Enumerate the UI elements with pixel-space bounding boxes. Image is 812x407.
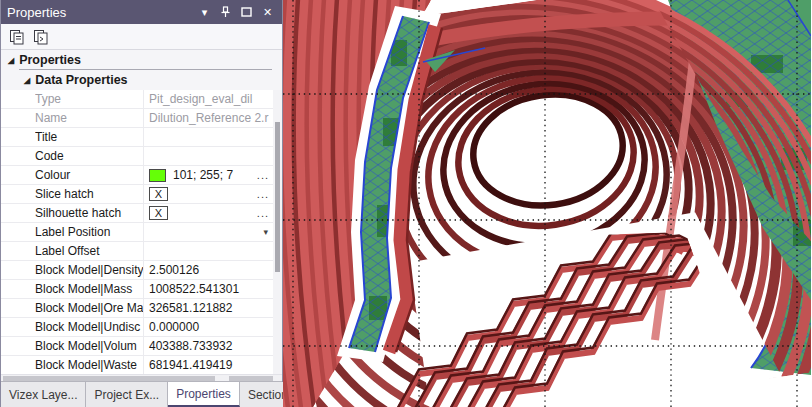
property-value[interactable]: X... [143,185,273,203]
property-label: Label Offset [35,244,143,258]
property-label: Slice hatch [35,187,143,201]
property-row-code[interactable]: Code [1,147,273,166]
property-row-title[interactable]: Title [1,128,273,147]
property-label: Block Model|Undisc [35,320,143,334]
panel-titlebar[interactable]: Properties ▾ ✕ [1,0,282,24]
property-value[interactable]: 0.000000 [143,318,273,336]
application-window: Properties ▾ ✕ [0,0,812,407]
property-value[interactable] [143,147,273,165]
maximize-icon[interactable] [238,4,255,20]
expander-icon[interactable]: ◢ [8,56,14,65]
property-value-text: 326581.121882 [149,301,232,315]
section-properties-label: Properties [19,53,81,67]
copy-properties-special-button[interactable] [29,26,53,48]
window-menu-dropdown-icon[interactable]: ▾ [196,4,213,20]
hatch-preview-box[interactable]: X [149,206,168,220]
ellipsis-button[interactable]: ... [257,207,269,219]
property-value[interactable]: X... [143,204,273,222]
property-value-text: Pit_design_eval_dil [149,92,252,106]
pin-icon[interactable] [217,4,234,20]
expander-icon[interactable]: ◢ [24,76,30,85]
section-properties[interactable]: ◢ Properties [1,50,282,70]
property-row-block-model-undisc[interactable]: Block Model|Undisc0.000000 [1,318,273,337]
property-value[interactable]: 101; 255; 7... [143,166,273,184]
vertical-scrollbar-thumb[interactable] [275,122,280,272]
property-value-text: Dilution_Reference 2.r [149,111,268,125]
colour-rgb-text: 101; 255; 7 [173,168,233,182]
property-value[interactable]: Dilution_Reference 2.r [143,109,273,127]
property-label: Name [35,111,143,125]
property-value[interactable]: 2.500126 [143,261,273,279]
property-row-silhouette-hatch[interactable]: Silhouette hatchX... [1,204,273,223]
property-label: Block Model|Volum [35,339,143,353]
property-value[interactable]: 1008522.541301 [143,280,273,298]
property-row-block-model-density[interactable]: Block Model|Density2.500126 [1,261,273,280]
property-value-text: 681941.419419 [149,358,232,372]
section-data-properties-label: Data Properties [35,73,127,87]
property-label: Title [35,130,143,144]
property-grid: TypePit_design_eval_dilNameDilution_Refe… [1,90,273,374]
panel-tab-bar: Vizex Laye...Project Ex...PropertiesSect… [1,381,282,407]
property-row-name[interactable]: NameDilution_Reference 2.r [1,109,273,128]
horizontal-scrollbar[interactable] [1,374,282,381]
property-value[interactable] [143,128,273,146]
property-value[interactable]: 403388.733932 [143,337,273,355]
section-data-properties[interactable]: ◢ Data Properties [1,70,282,90]
vertical-scrollbar[interactable] [273,90,282,374]
property-label: Type [35,92,143,106]
property-label: Colour [35,168,143,182]
tab-vizex-laye-[interactable]: Vizex Laye... [1,382,86,407]
property-row-block-model-ore-ma[interactable]: Block Model|Ore Ma326581.121882 [1,299,273,318]
property-value[interactable] [143,242,273,260]
property-value[interactable]: Pit_design_eval_dil [143,90,273,108]
horizontal-scrollbar-thumb[interactable] [3,376,215,381]
ellipsis-button[interactable]: ... [257,169,269,181]
properties-panel: Properties ▾ ✕ [0,0,283,407]
pit-design-3d-viewport[interactable] [283,0,811,407]
property-row-block-model-waste[interactable]: Block Model|Waste681941.419419 [1,356,273,374]
ellipsis-button[interactable]: ... [257,188,269,200]
property-label: Silhouette hatch [35,206,143,220]
pit-design-drawing[interactable] [283,0,811,407]
property-row-label-offset[interactable]: Label Offset [1,242,273,261]
tab-project-ex-[interactable]: Project Ex... [86,382,168,407]
property-value-text: 403388.733932 [149,339,232,353]
property-value[interactable]: 681941.419419 [143,356,273,374]
colour-swatch[interactable] [149,169,166,182]
property-label: Block Model|Mass [35,282,143,296]
property-row-type[interactable]: TypePit_design_eval_dil [1,90,273,109]
property-tree: ◢ Properties ◢ Data Properties TypePit_d… [1,50,282,374]
property-row-block-model-volum[interactable]: Block Model|Volum403388.733932 [1,337,273,356]
copy-properties-button[interactable] [5,26,29,48]
property-value[interactable]: 326581.121882 [143,299,273,317]
property-label: Code [35,149,143,163]
dropdown-arrow-icon[interactable]: ▾ [263,227,268,237]
property-value-text: 2.500126 [149,263,199,277]
property-value-text: 0.000000 [149,320,199,334]
horizontal-scrollbar-thumb2[interactable] [229,376,273,381]
property-label: Block Model|Ore Ma [35,301,143,315]
property-row-slice-hatch[interactable]: Slice hatchX... [1,185,273,204]
panel-toolbar [1,24,282,50]
property-row-block-model-mass[interactable]: Block Model|Mass1008522.541301 [1,280,273,299]
property-value[interactable]: ▾ [143,223,273,241]
property-value-text: 1008522.541301 [149,282,239,296]
close-icon[interactable]: ✕ [259,4,276,20]
tab-properties[interactable]: Properties [168,382,240,407]
property-label: Block Model|Density [35,263,143,277]
hatch-preview-box[interactable]: X [149,187,168,201]
property-row-colour[interactable]: Colour101; 255; 7... [1,166,273,185]
property-label: Block Model|Waste [35,358,143,372]
property-row-label-position[interactable]: Label Position▾ [1,223,273,242]
panel-title: Properties [7,5,192,20]
property-label: Label Position [35,225,143,239]
